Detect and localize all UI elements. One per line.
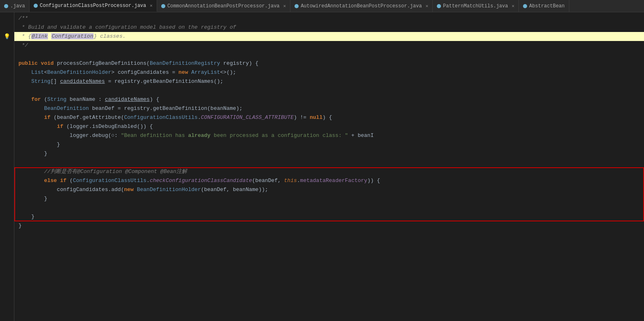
gutter-line [0, 113, 14, 122]
gutter-line [0, 95, 14, 104]
code-line-21: } [18, 194, 644, 203]
gutter-line [0, 285, 14, 294]
code-line-13: if (logger.isDebugEnabled()) { [18, 122, 644, 131]
editor-window: .java ConfigurationClassPostProcessor.ja… [0, 0, 644, 321]
code-line-7: List<BeanDefinitionHolder> configCandida… [18, 68, 644, 77]
code-line-18: //判断是否有@Configuration @Component @Bean注解 [18, 167, 644, 176]
code-line-1: /** [18, 14, 644, 23]
gutter-line [0, 203, 14, 212]
close-icon[interactable]: ✕ [512, 3, 514, 9]
tab-autowired[interactable]: AutowiredAnnotationBeanPostProcessor.jav… [290, 0, 433, 12]
tab-label: AbstractBean [529, 3, 564, 9]
code-line-23: } [18, 212, 644, 221]
code-area: 💡 [0, 12, 644, 321]
gutter-line [0, 68, 14, 77]
gutter-line [0, 194, 14, 203]
tab-label: .java [10, 3, 25, 9]
gutter-line [0, 86, 14, 95]
code-line-14: logger.debug(○: "Bean definition has alr… [18, 131, 644, 140]
code-line-11: BeanDefinition beanDef = registry.getBea… [18, 104, 644, 113]
gutter-line [0, 221, 14, 230]
tab-icon [295, 4, 299, 8]
code-line-8: String[] candidateNames = registry.getBe… [18, 77, 644, 86]
highlighted-region: //判断是否有@Configuration @Component @Bean注解… [18, 167, 644, 221]
code-line-22 [18, 203, 644, 212]
code-line-5 [18, 50, 644, 59]
gutter-line [0, 14, 14, 23]
tab-label: AutowiredAnnotationBeanPostProcessor.jav… [301, 3, 422, 9]
gutter-line [0, 176, 14, 185]
code-line-20: configCandidates.add(new BeanDefinitionH… [18, 185, 644, 194]
tab-icon [161, 4, 165, 8]
gutter-line [0, 212, 14, 221]
gutter-line [0, 77, 14, 86]
gutter-line [0, 149, 14, 158]
gutter-line [0, 23, 14, 32]
code-line-15: } [18, 140, 644, 149]
tab-icon [34, 4, 38, 8]
tab-icon [437, 4, 441, 8]
gutter-line [0, 275, 14, 285]
gutter-line [0, 167, 14, 176]
gutter-line [0, 239, 14, 248]
code-line-10: for (String beanName : candidateNames) { [18, 95, 644, 104]
code-line-4: */ [18, 41, 644, 50]
tab-abstractbean[interactable]: AbstractBean [519, 0, 569, 12]
close-icon[interactable]: ✕ [283, 3, 286, 9]
tab-java[interactable]: .java [0, 0, 30, 12]
tab-bar: .java ConfigurationClassPostProcessor.ja… [0, 0, 644, 12]
tab-icon [4, 4, 8, 8]
gutter-line [0, 266, 14, 275]
code-line-2: * Build and validate a configuration mod… [18, 23, 644, 32]
code-line-9 [18, 86, 644, 95]
code-line-16: } [18, 149, 644, 158]
gutter-bulb-icon[interactable]: 💡 [0, 32, 14, 41]
tab-commonannotation[interactable]: CommonAnnotationBeanPostProcessor.java ✕ [157, 0, 290, 12]
tab-label: PatternMatchUtils.java [443, 3, 508, 9]
gutter-line [0, 41, 14, 50]
tab-configclasspostprocessor[interactable]: ConfigurationClassPostProcessor.java ✕ [30, 0, 157, 12]
code-line-12: if (beanDef.getAttribute(ConfigurationCl… [18, 113, 644, 122]
gutter-line [0, 257, 14, 266]
gutter-line [0, 158, 14, 167]
tab-patternmatch[interactable]: PatternMatchUtils.java ✕ [433, 0, 519, 12]
gutter-line [0, 131, 14, 140]
gutter-line [0, 294, 14, 303]
gutter-line [0, 303, 14, 312]
gutter-line [0, 59, 14, 68]
gutter-line [0, 140, 14, 149]
gutter: 💡 [0, 12, 14, 321]
gutter-line [0, 248, 14, 257]
gutter-line [0, 104, 14, 113]
code-editor[interactable]: /** * Build and validate a configuration… [14, 12, 644, 321]
gutter-line [0, 230, 14, 239]
tab-label: CommonAnnotationBeanPostProcessor.java [167, 3, 280, 9]
code-line-6: public void processConfigBeanDefinitions… [18, 59, 644, 68]
gutter-line [0, 50, 14, 59]
gutter-line [0, 185, 14, 194]
code-line-3: * {@link Configuration} classes. [14, 32, 644, 41]
code-line-19: else if (ConfigurationClassUtils.checkCo… [18, 176, 644, 185]
close-icon[interactable]: ✕ [150, 3, 153, 8]
close-icon[interactable]: ✕ [425, 3, 428, 9]
gutter-line [0, 122, 14, 131]
code-line-17 [18, 158, 644, 167]
code-line-24: } [18, 221, 644, 230]
tab-icon [523, 4, 527, 8]
tab-label: ConfigurationClassPostProcessor.java [40, 3, 146, 9]
